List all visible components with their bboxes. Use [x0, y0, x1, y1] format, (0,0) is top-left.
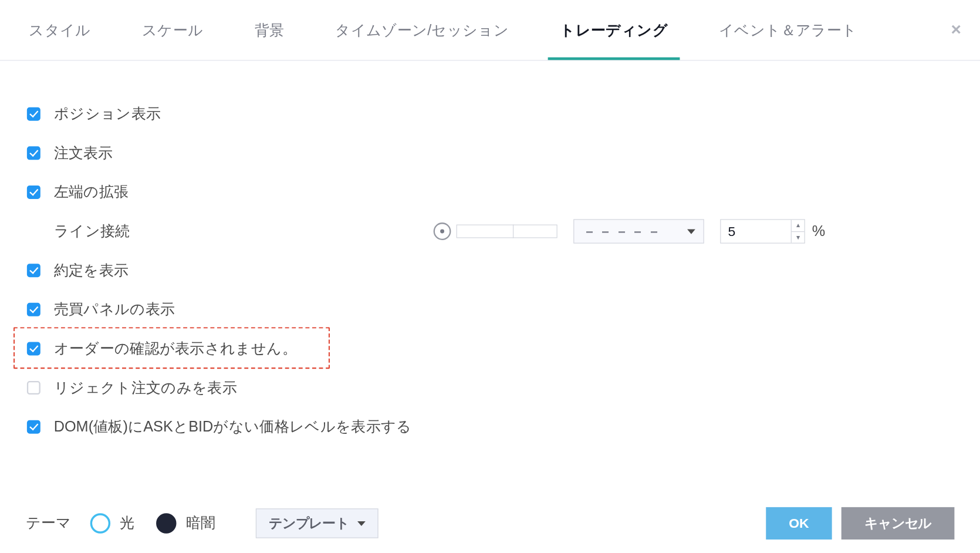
option-label: 売買パネルの表示: [54, 299, 175, 319]
theme-radio-dark[interactable]: [156, 513, 176, 533]
checkbox[interactable]: [27, 342, 40, 355]
checkbox[interactable]: [27, 186, 40, 199]
step-up-icon[interactable]: ▲: [792, 220, 805, 231]
theme-light-label: 光: [120, 513, 134, 533]
checkbox-cell: [27, 342, 54, 355]
checkbox-cell: [27, 107, 54, 121]
option-label: 約定を表示: [54, 260, 129, 280]
tab-2[interactable]: 背景: [242, 1, 296, 59]
theme-radio-light[interactable]: [90, 513, 110, 533]
line-style-select[interactable]: －－－－－: [574, 219, 705, 243]
option-row-7: リジェクト注文のみを表示: [27, 372, 953, 404]
option-label: リジェクト注文のみを表示: [54, 377, 237, 397]
tab-5[interactable]: イベント＆アラート: [707, 1, 869, 59]
step-down-icon[interactable]: ▼: [792, 231, 805, 242]
line-extend-percent: 5▲▼%: [721, 219, 825, 243]
chevron-down-icon: [357, 521, 366, 525]
option-row-2: 左端の拡張: [27, 176, 953, 208]
line-style-preview: －－－－－: [583, 222, 688, 241]
checkbox-cell: [27, 381, 54, 394]
trading-options-panel: ポジション表示注文表示左端の拡張ライン接続－－－－－5▲▼%約定を表示売買パネル…: [0, 60, 980, 456]
tab-4[interactable]: トレーディング: [548, 1, 680, 59]
checkbox-cell: [27, 303, 54, 316]
checkbox[interactable]: [27, 264, 40, 277]
cancel-button[interactable]: キャンセル: [842, 507, 955, 539]
line-color-width: [434, 222, 557, 240]
checkbox-cell: [27, 146, 54, 160]
option-row-1: 注文表示: [27, 137, 953, 169]
dialog-footer: テーマ 光 暗闇 テンプレート OK キャンセル: [0, 507, 980, 539]
template-dropdown[interactable]: テンプレート: [256, 508, 379, 538]
option-row-0: ポジション表示: [27, 98, 953, 130]
option-label: オーダーの確認が表示されません。: [54, 339, 297, 359]
chevron-down-icon: [688, 229, 696, 234]
option-label: 左端の拡張: [54, 182, 129, 202]
settings-tabs: スタイルスケール背景タイムゾーン/セッショントレーディングイベント＆アラート×: [0, 0, 980, 60]
checkbox[interactable]: [27, 107, 40, 121]
option-row-8: DOM(値板)にASKとBIDがない価格レベルを表示する: [27, 411, 953, 443]
tab-1[interactable]: スケール: [130, 1, 215, 59]
checkbox-cell: [27, 264, 54, 277]
option-row-4: 約定を表示: [27, 254, 953, 286]
percent-input[interactable]: 5▲▼: [721, 219, 806, 243]
checkbox[interactable]: [27, 303, 40, 316]
option-label: ライン接続: [54, 221, 130, 241]
theme-dark-label: 暗闇: [186, 513, 215, 533]
option-label: 注文表示: [54, 143, 113, 163]
option-row-3: ライン接続－－－－－5▲▼%: [27, 215, 953, 247]
theme-group: テーマ 光 暗闇: [26, 513, 228, 533]
option-row-6: オーダーの確認が表示されません。: [27, 332, 953, 365]
ok-button[interactable]: OK: [766, 507, 832, 539]
percent-value: 5: [721, 220, 791, 243]
checkbox-cell: [27, 420, 54, 434]
checkbox[interactable]: [27, 381, 40, 394]
checkbox-cell: [27, 186, 54, 199]
template-label: テンプレート: [269, 514, 350, 532]
option-label: ポジション表示: [54, 104, 161, 124]
checkbox[interactable]: [27, 146, 40, 160]
line-width-slider[interactable]: [457, 225, 557, 238]
percent-unit: %: [812, 222, 825, 240]
checkbox[interactable]: [27, 420, 40, 434]
option-row-5: 売買パネルの表示: [27, 294, 953, 326]
line-color-swatch[interactable]: [434, 222, 451, 240]
theme-label: テーマ: [26, 513, 72, 533]
tab-3[interactable]: タイムゾーン/セッション: [323, 1, 521, 59]
option-label: DOM(値板)にASKとBIDがない価格レベルを表示する: [54, 417, 412, 437]
line-controls: －－－－－5▲▼%: [434, 219, 953, 243]
close-icon[interactable]: ×: [951, 20, 961, 38]
tab-0[interactable]: スタイル: [17, 1, 103, 59]
